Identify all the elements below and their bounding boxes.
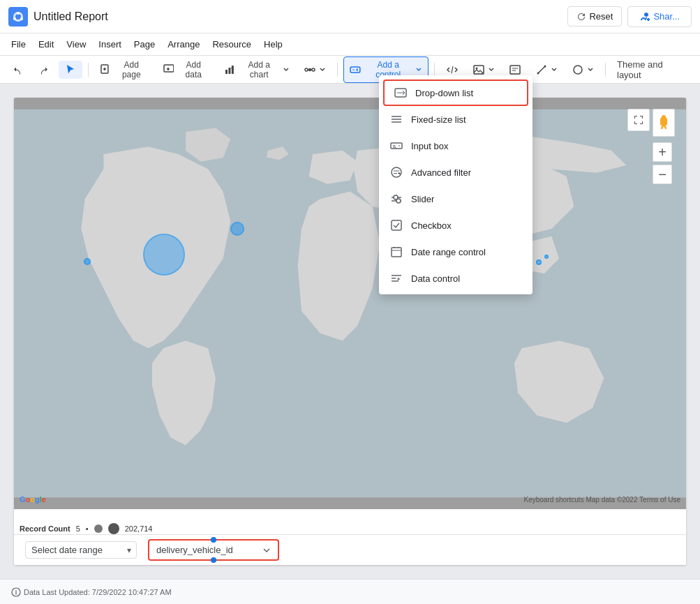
shape-button[interactable] bbox=[566, 61, 600, 79]
add-data-button[interactable]: Add data bbox=[158, 57, 216, 82]
svg-point-30 bbox=[399, 172, 401, 174]
map-bubble-india-1 bbox=[536, 259, 542, 265]
dropdown-list-label: Drop-down list bbox=[415, 88, 473, 98]
chart-dropdown-icon bbox=[283, 66, 290, 73]
cursor-button[interactable] bbox=[59, 61, 82, 79]
theme-layout-label[interactable]: Theme and layout bbox=[611, 56, 694, 83]
add-chart-button[interactable]: Add a chart bbox=[218, 57, 295, 82]
add-page-button[interactable]: Add page bbox=[94, 57, 155, 82]
reset-button[interactable]: Reset bbox=[567, 6, 622, 27]
line-dropdown-icon bbox=[551, 66, 558, 73]
expand-icon bbox=[633, 114, 644, 126]
dropdown-list-item-wrapper: Drop-down list bbox=[383, 80, 528, 106]
app-logo bbox=[8, 7, 28, 27]
top-bar-right: Reset Shar... bbox=[567, 6, 692, 27]
person-add-icon bbox=[639, 11, 650, 22]
svg-point-3 bbox=[20, 17, 23, 20]
svg-rect-13 bbox=[350, 67, 360, 73]
checkbox-item[interactable]: Checkbox bbox=[379, 212, 533, 239]
svg-point-18 bbox=[544, 65, 546, 67]
svg-point-11 bbox=[312, 68, 315, 71]
menu-arrange[interactable]: Arrange bbox=[162, 36, 205, 52]
report-title: Untitled Report bbox=[33, 10, 108, 23]
data-control-item[interactable]: Data control bbox=[379, 265, 533, 292]
date-range-icon bbox=[390, 246, 403, 258]
connector-dropdown-icon bbox=[319, 66, 326, 73]
report-canvas: + − Google Keyboard shortcuts Map data ©… bbox=[14, 98, 686, 565]
data-control-icon bbox=[390, 272, 403, 285]
fixed-size-list-label: Fixed-size list bbox=[411, 114, 466, 125]
svg-point-19 bbox=[574, 66, 582, 74]
google-logo: Google bbox=[20, 495, 46, 504]
menu-resource[interactable]: Resource bbox=[207, 36, 257, 52]
map-expand-button[interactable] bbox=[627, 109, 650, 131]
map-bubble-medium bbox=[230, 222, 244, 236]
slider-item[interactable]: Slider bbox=[379, 186, 533, 212]
line-icon bbox=[535, 63, 548, 76]
status-text: Data Last Updated: 7/29/2022 10:47:27 AM bbox=[24, 588, 172, 596]
toolbar: Add page Add data Add a chart Add a cont… bbox=[0, 56, 700, 84]
svg-rect-36 bbox=[392, 248, 401, 257]
map-bubble-large bbox=[143, 234, 185, 275]
svg-point-10 bbox=[305, 68, 308, 71]
fixed-size-list-icon bbox=[390, 113, 403, 126]
toolbar-sep-2 bbox=[337, 63, 338, 77]
text-icon bbox=[509, 63, 521, 76]
canvas-area: + − Google Keyboard shortcuts Map data ©… bbox=[0, 84, 700, 579]
dropdown-list-icon bbox=[394, 86, 407, 99]
svg-point-17 bbox=[537, 72, 539, 74]
advanced-filter-icon bbox=[390, 166, 403, 179]
reset-icon bbox=[576, 12, 586, 22]
legend-circle-large bbox=[108, 523, 119, 534]
slider-label: Slider bbox=[411, 194, 434, 204]
pegman-icon bbox=[657, 114, 670, 131]
line-button[interactable] bbox=[530, 61, 563, 79]
input-box-item[interactable]: A Input box bbox=[379, 133, 533, 159]
zoom-out-button[interactable]: − bbox=[653, 165, 672, 184]
menu-insert[interactable]: Insert bbox=[93, 36, 127, 52]
menu-bar: File Edit View Insert Page Arrange Resou… bbox=[0, 33, 700, 56]
vehicle-control-container: delivery_vehicle_id bbox=[148, 539, 279, 561]
menu-help[interactable]: Help bbox=[258, 36, 288, 52]
advanced-filter-item[interactable]: Advanced filter bbox=[379, 159, 533, 186]
add-data-icon bbox=[163, 64, 174, 75]
menu-edit[interactable]: Edit bbox=[33, 36, 59, 52]
map-controls: + − bbox=[653, 109, 675, 184]
dropdown-list-item[interactable]: Drop-down list bbox=[385, 81, 527, 105]
undo-button[interactable] bbox=[6, 61, 29, 79]
menu-view[interactable]: View bbox=[61, 36, 91, 52]
map-expand-area bbox=[627, 109, 650, 131]
menu-file[interactable]: File bbox=[6, 36, 31, 52]
svg-rect-35 bbox=[392, 220, 401, 230]
svg-rect-7 bbox=[225, 70, 228, 74]
zoom-in-button[interactable]: + bbox=[653, 142, 672, 162]
svg-point-4 bbox=[13, 17, 16, 20]
world-map-svg bbox=[14, 98, 686, 509]
fixed-size-list-item[interactable]: Fixed-size list bbox=[379, 106, 533, 133]
svg-point-29 bbox=[392, 167, 401, 177]
svg-rect-9 bbox=[232, 66, 234, 74]
menu-page[interactable]: Page bbox=[128, 36, 161, 52]
share-button[interactable]: Shar... bbox=[627, 6, 692, 27]
slider-icon bbox=[390, 192, 403, 205]
date-range-item[interactable]: Date range control bbox=[379, 239, 533, 265]
controls-bar: Select date range ▾ delivery_vehicle_id bbox=[14, 534, 686, 565]
pegman-button[interactable] bbox=[653, 109, 675, 137]
vehicle-dropdown-arrow bbox=[262, 546, 271, 554]
date-range-select[interactable]: Select date range bbox=[25, 541, 137, 559]
shape-icon bbox=[572, 63, 584, 76]
checkbox-label: Checkbox bbox=[411, 220, 452, 231]
embed-icon bbox=[446, 63, 459, 76]
vehicle-dropdown[interactable]: delivery_vehicle_id bbox=[151, 542, 276, 558]
data-control-label: Data control bbox=[411, 273, 460, 284]
connector-button[interactable] bbox=[298, 61, 332, 79]
input-box-label: Input box bbox=[411, 141, 449, 151]
checkbox-icon bbox=[390, 219, 403, 232]
redo-button[interactable] bbox=[32, 61, 56, 79]
legend-dot-count: 5 bbox=[76, 524, 80, 533]
toolbar-sep-3 bbox=[434, 63, 435, 77]
legend-circle-small bbox=[94, 524, 103, 533]
svg-rect-8 bbox=[228, 68, 230, 74]
svg-text:A: A bbox=[393, 144, 396, 149]
connector-icon bbox=[304, 63, 316, 76]
